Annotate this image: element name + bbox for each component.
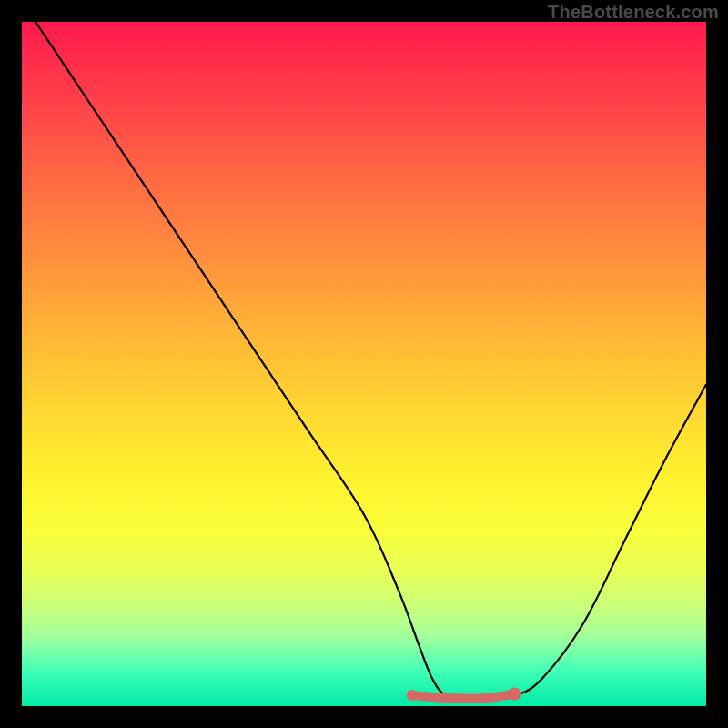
chart-svg <box>22 22 706 706</box>
curve-line <box>35 22 706 700</box>
watermark-text: TheBottleneck.com <box>548 2 719 23</box>
valley-marker-line <box>412 693 515 698</box>
chart-plot-area <box>22 22 706 706</box>
chart-frame: TheBottleneck.com <box>0 0 728 728</box>
valley-end-dot <box>508 687 521 700</box>
valley-start-dot <box>407 690 418 701</box>
